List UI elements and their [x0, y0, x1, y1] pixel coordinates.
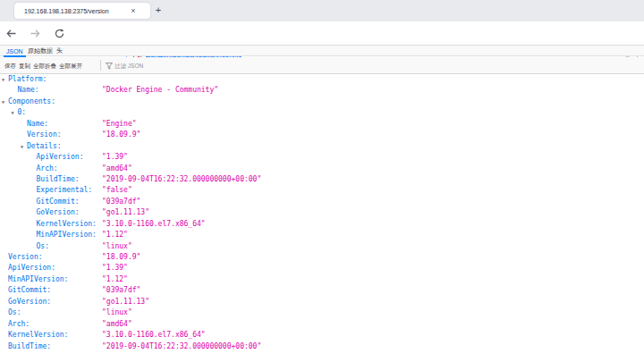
new-tab-button[interactable]: +: [150, 3, 166, 19]
json-value: "1.12": [102, 230, 128, 240]
json-row[interactable]: ▼Details:: [0, 141, 644, 152]
json-value: "go1.11.13": [102, 207, 149, 218]
tab-headers-label: 头: [56, 46, 63, 55]
json-value: "amd64": [102, 319, 132, 330]
json-row[interactable]: ▼Platform:: [0, 74, 644, 85]
json-value: "Engine": [102, 119, 137, 130]
json-row: GoVersion:"go1.11.13": [0, 297, 644, 307]
toolbar-separator: [100, 60, 101, 71]
json-row[interactable]: ▼Components:: [0, 97, 644, 107]
json-key: Version:: [27, 130, 62, 140]
json-tree: ▼Platform:Name:"Docker Engine - Communit…: [0, 74, 644, 362]
json-row: Os:"linux": [0, 307, 644, 318]
json-row: ApiVersion:"1.39": [0, 152, 644, 163]
json-value: "18.09.9": [102, 252, 140, 263]
json-key: Os:: [8, 307, 21, 318]
browser-tab[interactable]: 192.168.198.138:2375/version ×: [14, 3, 150, 19]
json-row: GoVersion:"go1.11.13": [0, 207, 644, 218]
close-tab-icon[interactable]: ×: [127, 6, 140, 15]
json-key: Version:: [8, 252, 43, 263]
json-key: MinAPIVersion:: [8, 274, 68, 285]
expand-all-button[interactable]: 全部展开: [59, 63, 82, 71]
tab-headers[interactable]: 头: [56, 46, 63, 56]
forward-icon: [30, 29, 40, 38]
json-key: GitCommit:: [37, 197, 80, 207]
expand-arrow-icon[interactable]: ▼: [2, 97, 4, 107]
json-value: "039a7df": [102, 197, 140, 207]
json-key: Platform:: [8, 74, 47, 85]
jsonviewer-tab-strip: JSON 原始数据 头: [0, 46, 644, 56]
json-row: GitCommit:"039a7df": [0, 197, 644, 207]
json-value: "2019-09-04T16:22:32.000000000+00:00": [102, 341, 261, 352]
json-row: BuildTime:"2019-09-04T16:22:32.000000000…: [0, 341, 644, 352]
json-value: "2019-09-04T16:22:32.000000000+00:00": [102, 174, 261, 185]
json-row: Os:"linux": [0, 241, 644, 252]
forward-button[interactable]: [28, 26, 43, 41]
json-row: Version:"18.09.9": [0, 252, 644, 263]
json-key: GoVersion:: [8, 297, 51, 307]
json-value: "039a7df": [102, 285, 140, 296]
json-value: "1.39": [102, 263, 128, 274]
json-value: "1.12": [102, 274, 128, 285]
json-key: Arch:: [37, 164, 58, 174]
json-key: Details:: [27, 141, 62, 152]
back-button[interactable]: [4, 26, 19, 41]
json-value: "amd64": [102, 164, 132, 174]
json-value: "3.10.0-1160.el7.x86_64": [102, 219, 206, 230]
json-key: ApiVersion:: [37, 152, 84, 163]
reload-button[interactable]: [52, 26, 67, 41]
json-value: "Docker Engine - Community": [102, 85, 218, 96]
json-key: 0:: [18, 107, 27, 118]
json-value: "3.10.0-1160.el7.x86_64": [102, 330, 206, 341]
expand-arrow-icon[interactable]: ▼: [12, 107, 14, 118]
json-key: ApiVersion:: [8, 263, 55, 274]
json-key: BuildTime:: [8, 341, 51, 352]
filter-funnel-icon: [106, 63, 113, 70]
json-key: Os:: [37, 241, 49, 252]
json-value: "linux": [102, 241, 132, 252]
json-key: Name:: [27, 119, 48, 130]
json-row: Arch:"amd64": [0, 164, 644, 174]
json-key: GitCommit:: [8, 285, 51, 296]
json-key: MinAPIVersion:: [37, 230, 97, 240]
json-row: Version:"18.09.9": [0, 130, 644, 140]
json-key: GoVersion:: [37, 207, 80, 218]
json-key: BuildTime:: [37, 174, 80, 185]
tab-json[interactable]: JSON: [6, 46, 23, 56]
json-value: "1.39": [102, 152, 128, 163]
json-value: "go1.11.13": [102, 297, 149, 307]
tab-json-label: JSON: [6, 48, 23, 55]
collapse-all-button[interactable]: 全部折叠: [33, 63, 56, 71]
json-value: "linux": [102, 307, 132, 318]
json-row: KernelVersion:"3.10.0-1160.el7.x86_64": [0, 219, 644, 230]
json-row: BuildTime:"2019-09-04T16:22:32.000000000…: [0, 174, 644, 185]
json-row: ApiVersion:"1.39": [0, 263, 644, 274]
json-row: MinAPIVersion:"1.12": [0, 274, 644, 285]
json-row: Name:"Docker Engine - Community": [0, 85, 644, 96]
json-key: Experimental:: [37, 185, 93, 196]
json-row: MinAPIVersion:"1.12": [0, 230, 644, 240]
copy-button[interactable]: 复制: [19, 63, 30, 71]
back-icon: [6, 29, 16, 38]
json-row: GitCommit:"039a7df": [0, 285, 644, 296]
json-row: KernelVersion:"3.10.0-1160.el7.x86_64": [0, 330, 644, 341]
json-row: Experimental:"false": [0, 185, 644, 196]
tab-raw-data[interactable]: 原始数据: [28, 46, 53, 56]
browser-window: 192.168.198.138:2375/version × +: [0, 0, 644, 362]
expand-arrow-icon[interactable]: ▼: [2, 74, 4, 85]
json-key: KernelVersion:: [8, 330, 68, 341]
json-key: Arch:: [8, 319, 30, 330]
filter-json-input[interactable]: 过滤 JSON: [114, 63, 143, 71]
tab-raw-data-label: 原始数据: [28, 46, 53, 55]
json-row: Name:"Engine": [0, 119, 644, 130]
json-value: "18.09.9": [102, 130, 140, 140]
json-key: Components:: [8, 97, 55, 107]
json-key: KernelVersion:: [37, 219, 97, 230]
json-row[interactable]: ▼0:: [0, 107, 644, 118]
save-button[interactable]: 保存: [4, 63, 16, 71]
json-row: Arch:"amd64": [0, 319, 644, 330]
reload-icon: [55, 29, 64, 38]
browser-tab-title: 192.168.198.138:2375/version: [14, 8, 127, 14]
jsonviewer-toolbar: 保存 复制 全部折叠 全部展开 过滤 JSON: [0, 57, 644, 74]
expand-arrow-icon[interactable]: ▼: [21, 141, 23, 152]
